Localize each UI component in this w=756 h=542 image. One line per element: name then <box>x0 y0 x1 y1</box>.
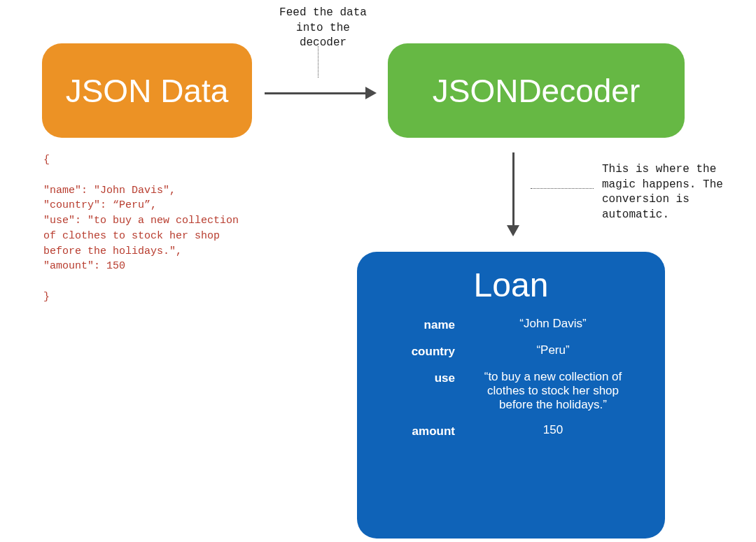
loan-key: amount <box>378 423 476 438</box>
dotted-connector-feed <box>318 46 318 78</box>
code-line: "name": "John Davis", <box>43 183 253 199</box>
loan-val: 150 <box>476 423 644 438</box>
loan-val: “Peru” <box>476 343 644 359</box>
json-code-block: { "name": "John Davis", "country": “Peru… <box>43 152 253 305</box>
loan-title: Loan <box>378 266 644 304</box>
code-line: { <box>43 152 253 168</box>
json-data-box: JSON Data <box>42 43 252 138</box>
loan-key: country <box>378 343 476 359</box>
arrow-decoder-to-loan <box>507 152 521 236</box>
loan-val: “to buy a new collection of clothes to s… <box>476 370 644 412</box>
code-line: "use": "to buy a new collection of cloth… <box>43 213 253 259</box>
loan-row-name: name “John Davis” <box>378 317 644 332</box>
loan-val: “John Davis” <box>476 317 644 332</box>
arrow-json-to-decoder <box>265 87 377 101</box>
annotation-magic: This is where the magic happens. The con… <box>602 162 732 222</box>
dotted-connector-magic <box>531 188 594 189</box>
json-decoder-label: JSONDecoder <box>433 72 640 110</box>
code-line: "country": “Peru”, <box>43 198 253 213</box>
loan-row-country: country “Peru” <box>378 343 644 359</box>
annotation-feed: Feed the data into the decoder <box>276 6 370 51</box>
loan-key: name <box>378 317 476 332</box>
code-line: } <box>43 290 253 305</box>
loan-box: Loan name “John Davis” country “Peru” us… <box>357 252 665 539</box>
json-decoder-box: JSONDecoder <box>388 43 685 138</box>
loan-key: use <box>378 370 476 412</box>
loan-row-use: use “to buy a new collection of clothes … <box>378 370 644 412</box>
json-data-label: JSON Data <box>66 72 229 110</box>
loan-row-amount: amount 150 <box>378 423 644 438</box>
code-line: "amount": 150 <box>43 259 253 274</box>
